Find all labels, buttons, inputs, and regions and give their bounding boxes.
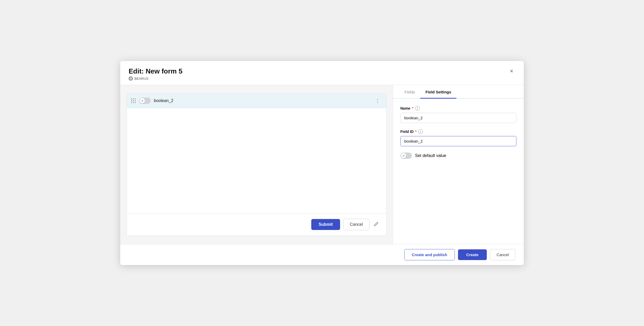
left-panel: ✕ boolean_2 ⋮ Submit Cancel [120,85,393,244]
tab-field-settings[interactable]: Field Settings [420,85,456,99]
default-toggle-knob: ✕ [401,153,406,158]
toggle-knob: ✕ [140,98,145,103]
field-id-label: Field ID * i [400,129,516,134]
field-id-input[interactable] [400,136,516,146]
form-canvas: ✕ boolean_2 ⋮ Submit Cancel [127,93,386,236]
field-more-button[interactable]: ⋮ [373,97,382,105]
create-publish-button[interactable]: Create and publish [404,249,455,260]
close-button[interactable]: × [508,67,515,75]
modal-header: Edit: New form 5 BEARUS × [120,61,524,85]
modal-title: Edit: New form 5 [129,67,182,75]
bearus-icon [129,76,133,81]
cancel-main-button[interactable]: Cancel [490,249,515,260]
cancel-form-button[interactable]: Cancel [343,219,369,230]
name-label: Name * i [400,106,516,111]
name-field-group: Name * i [400,106,516,123]
form-canvas-body [127,108,386,213]
modal-subtitle: BEARUS [129,76,182,81]
field-id-group: Field ID * i [400,129,516,146]
field-name-label: boolean_2 [154,98,370,103]
create-button[interactable]: Create [458,249,487,260]
name-required-star: * [412,106,413,110]
edit-form-modal: Edit: New form 5 BEARUS × [120,61,524,265]
edit-pencil-button[interactable] [373,220,380,229]
default-value-row: ✕ Set default value [400,153,516,159]
modal-footer: Create and publish Create Cancel [120,244,524,265]
field-toggle[interactable]: ✕ [139,98,151,104]
modal-title-block: Edit: New form 5 BEARUS [129,67,182,81]
default-value-toggle[interactable]: ✕ [400,153,412,159]
field-id-info-icon[interactable]: i [418,129,423,134]
right-panel: Fields Field Settings Name * i [393,85,524,244]
field-row: ✕ boolean_2 ⋮ [127,94,386,108]
modal-body: ✕ boolean_2 ⋮ Submit Cancel [120,85,524,244]
form-canvas-footer: Submit Cancel [127,213,386,235]
settings-panel: Name * i Field ID * i [393,99,524,166]
default-value-label: Set default value [415,153,446,158]
name-input[interactable] [400,113,516,123]
tab-fields[interactable]: Fields [399,85,420,99]
field-id-required-star: * [415,130,417,134]
drag-handle-icon[interactable] [131,98,136,103]
tabs-header: Fields Field Settings [393,85,524,99]
subtitle-text: BEARUS [134,77,148,81]
name-info-icon[interactable]: i [415,106,420,111]
submit-button[interactable]: Submit [311,219,340,230]
